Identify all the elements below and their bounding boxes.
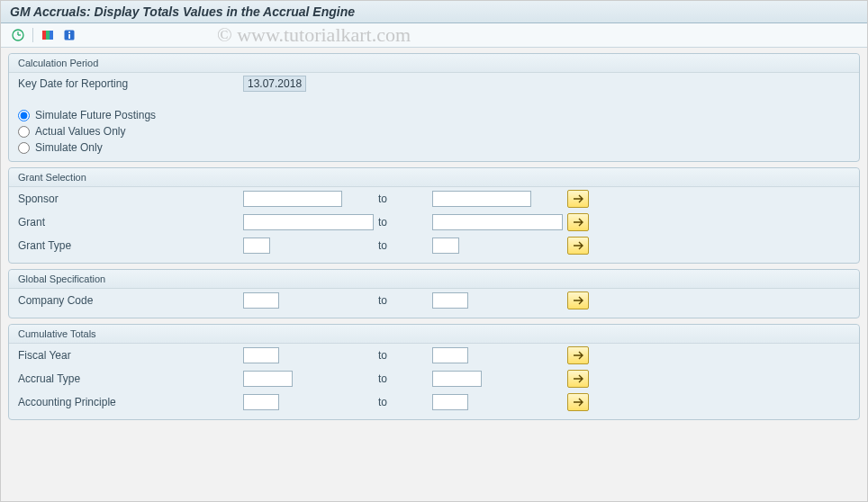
input-sponsor-from[interactable]: [243, 191, 342, 207]
multi-select-grant-type[interactable]: [567, 237, 589, 255]
label-to: to: [378, 216, 432, 229]
input-grant-to[interactable]: [432, 214, 563, 230]
input-sponsor-to[interactable]: [432, 191, 531, 207]
label-company-code: Company Code: [18, 294, 243, 307]
input-fiscal-year-to[interactable]: [432, 347, 468, 363]
svg-rect-3: [42, 31, 46, 40]
svg-rect-4: [46, 31, 50, 40]
multi-select-fiscal-year[interactable]: [567, 346, 589, 364]
group-title-calc-period: Calculation Period: [9, 54, 859, 73]
multi-select-accrual-type[interactable]: [567, 370, 589, 388]
label-to: to: [378, 396, 432, 408]
input-accrual-type-to[interactable]: [432, 371, 482, 387]
variants-button[interactable]: [38, 26, 58, 44]
content-area: Calculation Period Key Date for Reportin…: [1, 48, 867, 431]
group-title-global-spec: Global Specification: [9, 270, 859, 289]
label-grant-type: Grant Type: [18, 239, 243, 252]
label-to: to: [378, 294, 432, 307]
input-accounting-principle-from[interactable]: [243, 394, 279, 410]
toolbar: [1, 23, 867, 48]
group-grant-selection: Grant Selection Sponsor to Grant to: [8, 167, 860, 264]
multi-select-company-code[interactable]: [567, 291, 589, 309]
input-fiscal-year-from[interactable]: [243, 347, 279, 363]
input-company-code-from[interactable]: [243, 292, 279, 309]
group-global-specification: Global Specification Company Code to: [8, 269, 860, 318]
group-title-cum-totals: Cumulative Totals: [9, 325, 859, 344]
radio-actual-values-only[interactable]: [18, 126, 30, 138]
label-actual-values-only: Actual Values Only: [35, 125, 126, 138]
label-simulate-only: Simulate Only: [35, 141, 103, 154]
label-accrual-type: Accrual Type: [18, 372, 243, 385]
field-key-date: 13.07.2018: [243, 76, 306, 92]
label-simulate-future: Simulate Future Postings: [35, 109, 156, 121]
label-accounting-principle: Accounting Principle: [18, 396, 243, 408]
page-title: GM Accruals: Display Totals Values in th…: [1, 1, 867, 23]
group-title-grant-selection: Grant Selection: [9, 168, 859, 187]
input-company-code-to[interactable]: [432, 292, 468, 309]
input-grant-from[interactable]: [243, 214, 374, 230]
toolbar-separator: [32, 28, 33, 42]
label-to: to: [378, 193, 432, 205]
label-fiscal-year: Fiscal Year: [18, 349, 243, 362]
input-accounting-principle-to[interactable]: [432, 394, 468, 410]
label-to: to: [378, 239, 432, 252]
multi-select-grant[interactable]: [567, 213, 589, 231]
label-key-date: Key Date for Reporting: [18, 77, 243, 90]
input-grant-type-from[interactable]: [243, 238, 270, 254]
label-to: to: [378, 372, 432, 385]
svg-rect-8: [68, 34, 70, 39]
input-accrual-type-from[interactable]: [243, 371, 293, 387]
group-cumulative-totals: Cumulative Totals Fiscal Year to Accrual…: [8, 324, 860, 420]
multi-select-sponsor[interactable]: [567, 190, 589, 208]
info-button[interactable]: [59, 26, 79, 44]
label-grant: Grant: [18, 216, 243, 229]
radio-simulate-future[interactable]: [18, 110, 30, 121]
execute-button[interactable]: [8, 26, 28, 44]
radio-simulate-only[interactable]: [18, 142, 30, 154]
group-calculation-period: Calculation Period Key Date for Reportin…: [8, 53, 860, 162]
svg-rect-7: [68, 31, 70, 33]
label-to: to: [378, 349, 432, 362]
multi-select-accounting-principle[interactable]: [567, 393, 589, 411]
input-grant-type-to[interactable]: [432, 238, 459, 254]
svg-rect-5: [50, 31, 53, 40]
label-sponsor: Sponsor: [18, 193, 243, 205]
